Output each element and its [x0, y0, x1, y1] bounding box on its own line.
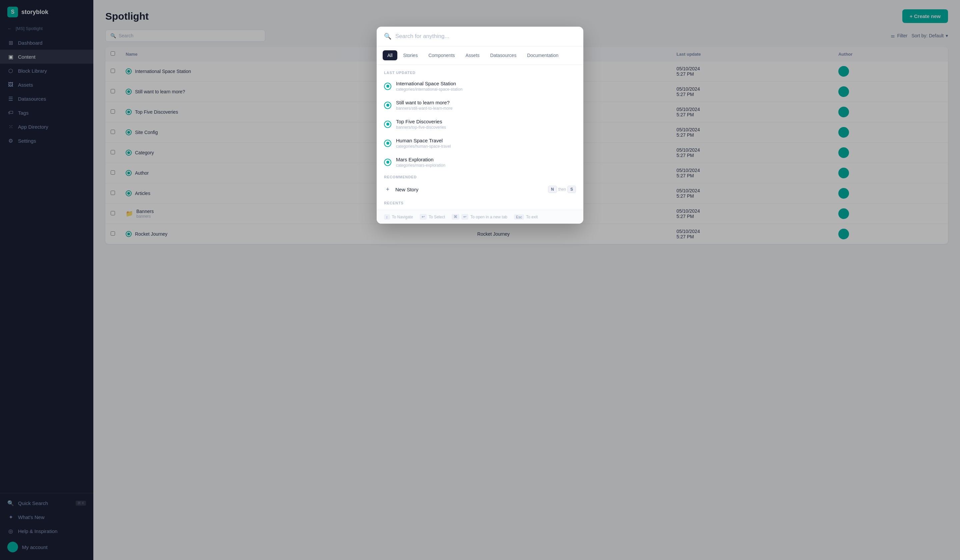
result-name: Mars Exploration [396, 157, 445, 162]
result-item[interactable]: Human Space Travel categories/human-spac… [377, 134, 583, 153]
spotlight-modal: 🔍 All Stories Components Assets Datasour… [377, 27, 583, 224]
result-icon [384, 140, 391, 147]
result-item[interactable]: Top Five Discoveries banners/top-five-di… [377, 115, 583, 134]
recommended-new-story[interactable]: + New Story N then S [377, 181, 583, 198]
navigate-key: ↕ [384, 214, 390, 220]
exit-label: To exit [526, 215, 538, 219]
result-icon [384, 102, 391, 109]
open-tab-key-cmd: ⌘ [452, 214, 459, 220]
tab-all[interactable]: All [382, 50, 397, 60]
footer-hint-exit: Esc To exit [514, 214, 538, 220]
select-key: ↩ [420, 214, 427, 220]
result-path: banners/top-five-discoveries [396, 125, 446, 130]
result-name: International Space Station [396, 81, 462, 86]
spotlight-search-bar: 🔍 [377, 27, 583, 46]
result-path: categories/mars-exploration [396, 163, 445, 168]
rec-label: New Story [395, 187, 418, 192]
shortcut-key-s: S [567, 186, 576, 193]
result-item[interactable]: Still want to learn more? banners/still-… [377, 96, 583, 115]
result-item[interactable]: Mars Exploration categories/mars-explora… [377, 153, 583, 172]
footer-hint-navigate: ↕ To Navigate [384, 214, 413, 220]
shortcut-key-n: N [548, 186, 557, 193]
spotlight-search-input[interactable] [395, 33, 576, 40]
section-label-last-updated: LAST UPDATED [377, 67, 583, 77]
open-tab-label: To open in a new tab [470, 215, 507, 219]
result-icon [384, 121, 391, 128]
result-name: Top Five Discoveries [396, 119, 446, 124]
tab-datasources[interactable]: Datasources [486, 50, 521, 60]
result-path: categories/international-space-station [396, 87, 462, 92]
tab-components[interactable]: Components [424, 50, 459, 60]
select-label: To Select [429, 215, 445, 219]
tab-assets[interactable]: Assets [461, 50, 484, 60]
exit-key: Esc [514, 214, 524, 220]
open-tab-key-enter: ↩ [461, 214, 468, 220]
result-icon [384, 158, 391, 166]
footer-hint-open-tab: ⌘ ↩ To open in a new tab [452, 214, 507, 220]
tab-stories[interactable]: Stories [398, 50, 423, 60]
result-name: Human Space Travel [396, 138, 451, 143]
spotlight-search-icon: 🔍 [384, 33, 391, 40]
section-label-recommended: RECOMMENDED [377, 172, 583, 181]
then-label: then [558, 187, 566, 192]
result-icon [384, 83, 391, 90]
result-path: banners/still-want-to-learn-more [396, 106, 452, 110]
result-item[interactable]: International Space Station categories/i… [377, 77, 583, 96]
spotlight-filter-tabs: All Stories Components Assets Datasource… [377, 46, 583, 65]
spotlight-overlay[interactable]: 🔍 All Stories Components Assets Datasour… [0, 0, 960, 560]
navigate-label: To Navigate [392, 215, 413, 219]
section-label-recents: RECENTS [377, 198, 583, 207]
spotlight-body: LAST UPDATED International Space Station… [377, 65, 583, 210]
result-path: categories/human-space-travel [396, 144, 451, 149]
add-icon: + [384, 186, 391, 193]
tab-documentation[interactable]: Documentation [522, 50, 563, 60]
spotlight-footer: ↕ To Navigate ↩ To Select ⌘ ↩ To open in… [377, 210, 583, 224]
result-name: Still want to learn more? [396, 100, 452, 105]
footer-hint-select: ↩ To Select [420, 214, 445, 220]
shortcut-badge: N then S [548, 186, 576, 193]
